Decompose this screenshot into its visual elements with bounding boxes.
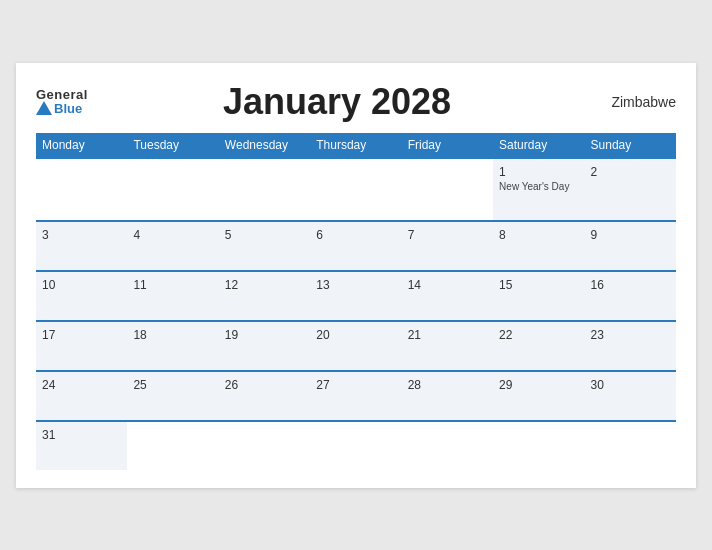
day-number: 5 — [225, 228, 304, 242]
day-cell: 5 — [219, 221, 310, 271]
calendar-container: General Blue January 2028 Zimbabwe Monda… — [16, 63, 696, 488]
calendar-tbody: 1New Year's Day2345678910111213141516171… — [36, 158, 676, 470]
day-number: 12 — [225, 278, 304, 292]
week-row-1: 3456789 — [36, 221, 676, 271]
day-cell: 23 — [585, 321, 676, 371]
day-cell — [402, 421, 493, 470]
day-number: 16 — [591, 278, 670, 292]
day-number: 21 — [408, 328, 487, 342]
weekday-header-saturday: Saturday — [493, 133, 584, 158]
day-number: 11 — [133, 278, 212, 292]
week-row-4: 24252627282930 — [36, 371, 676, 421]
day-number: 15 — [499, 278, 578, 292]
day-number: 19 — [225, 328, 304, 342]
day-cell: 11 — [127, 271, 218, 321]
day-cell: 2 — [585, 158, 676, 221]
country-label: Zimbabwe — [586, 94, 676, 110]
weekday-header-sunday: Sunday — [585, 133, 676, 158]
day-event: New Year's Day — [499, 181, 578, 192]
day-number: 9 — [591, 228, 670, 242]
day-cell: 18 — [127, 321, 218, 371]
day-number: 23 — [591, 328, 670, 342]
day-cell: 16 — [585, 271, 676, 321]
day-cell: 30 — [585, 371, 676, 421]
logo-triangle-icon — [36, 101, 52, 115]
day-cell: 9 — [585, 221, 676, 271]
calendar-header: General Blue January 2028 Zimbabwe — [36, 81, 676, 123]
day-cell: 29 — [493, 371, 584, 421]
week-row-5: 31 — [36, 421, 676, 470]
day-cell — [127, 158, 218, 221]
day-number: 6 — [316, 228, 395, 242]
day-cell: 31 — [36, 421, 127, 470]
day-cell: 1New Year's Day — [493, 158, 584, 221]
day-cell: 27 — [310, 371, 401, 421]
day-number: 26 — [225, 378, 304, 392]
day-number: 2 — [591, 165, 670, 179]
day-cell: 12 — [219, 271, 310, 321]
day-number: 25 — [133, 378, 212, 392]
weekday-header-friday: Friday — [402, 133, 493, 158]
day-cell — [127, 421, 218, 470]
day-number: 27 — [316, 378, 395, 392]
day-number: 14 — [408, 278, 487, 292]
day-number: 8 — [499, 228, 578, 242]
logo-general-text: General — [36, 88, 88, 101]
day-cell: 17 — [36, 321, 127, 371]
day-cell — [310, 158, 401, 221]
day-cell: 24 — [36, 371, 127, 421]
day-number: 31 — [42, 428, 121, 442]
day-number: 28 — [408, 378, 487, 392]
day-cell: 10 — [36, 271, 127, 321]
day-number: 22 — [499, 328, 578, 342]
weekday-header-monday: Monday — [36, 133, 127, 158]
day-cell: 7 — [402, 221, 493, 271]
day-cell — [402, 158, 493, 221]
day-cell: 13 — [310, 271, 401, 321]
day-cell: 4 — [127, 221, 218, 271]
day-number: 3 — [42, 228, 121, 242]
day-number: 1 — [499, 165, 578, 179]
calendar-table: MondayTuesdayWednesdayThursdayFridaySatu… — [36, 133, 676, 470]
day-number: 4 — [133, 228, 212, 242]
day-number: 7 — [408, 228, 487, 242]
day-cell: 6 — [310, 221, 401, 271]
weekday-header-thursday: Thursday — [310, 133, 401, 158]
weekday-header-row: MondayTuesdayWednesdayThursdayFridaySatu… — [36, 133, 676, 158]
day-number: 30 — [591, 378, 670, 392]
week-row-0: 1New Year's Day2 — [36, 158, 676, 221]
weekday-header-wednesday: Wednesday — [219, 133, 310, 158]
day-cell: 25 — [127, 371, 218, 421]
day-cell: 3 — [36, 221, 127, 271]
weekday-header-tuesday: Tuesday — [127, 133, 218, 158]
day-cell — [585, 421, 676, 470]
day-number: 10 — [42, 278, 121, 292]
day-cell — [310, 421, 401, 470]
day-number: 18 — [133, 328, 212, 342]
week-row-3: 17181920212223 — [36, 321, 676, 371]
day-cell: 15 — [493, 271, 584, 321]
day-cell — [219, 158, 310, 221]
logo-blue-text: Blue — [54, 102, 82, 115]
day-cell: 8 — [493, 221, 584, 271]
day-cell: 26 — [219, 371, 310, 421]
day-cell — [493, 421, 584, 470]
calendar-thead: MondayTuesdayWednesdayThursdayFridaySatu… — [36, 133, 676, 158]
day-cell: 28 — [402, 371, 493, 421]
day-cell — [219, 421, 310, 470]
day-cell: 14 — [402, 271, 493, 321]
day-number: 29 — [499, 378, 578, 392]
day-cell: 21 — [402, 321, 493, 371]
day-number: 24 — [42, 378, 121, 392]
day-cell: 20 — [310, 321, 401, 371]
day-cell: 19 — [219, 321, 310, 371]
logo-blue-row: Blue — [36, 101, 82, 115]
day-cell — [36, 158, 127, 221]
logo: General Blue — [36, 88, 88, 115]
day-number: 17 — [42, 328, 121, 342]
calendar-title: January 2028 — [88, 81, 586, 123]
day-number: 20 — [316, 328, 395, 342]
day-number: 13 — [316, 278, 395, 292]
week-row-2: 10111213141516 — [36, 271, 676, 321]
day-cell: 22 — [493, 321, 584, 371]
